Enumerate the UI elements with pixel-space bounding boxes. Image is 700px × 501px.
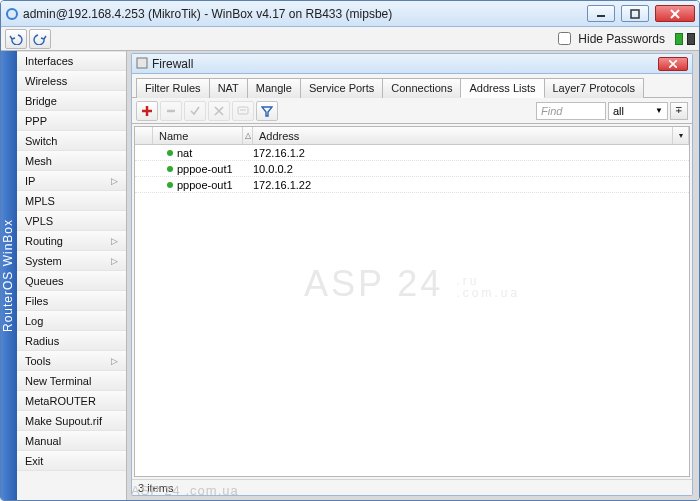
sidebar-item-label: Switch <box>25 135 57 147</box>
row-name: pppoe-out1 <box>153 163 251 175</box>
sidebar: InterfacesWirelessBridgePPPSwitchMeshIP▷… <box>17 51 127 500</box>
sidebar-item-exit[interactable]: Exit <box>17 451 126 471</box>
svg-rect-5 <box>137 58 147 68</box>
tab-mangle[interactable]: Mangle <box>247 78 301 98</box>
col-flag[interactable] <box>135 127 153 144</box>
row-name: pppoe-out1 <box>153 179 251 191</box>
sidebar-item-label: Bridge <box>25 95 57 107</box>
enable-button[interactable] <box>184 101 206 121</box>
tab-layer7-protocols[interactable]: Layer7 Protocols <box>544 78 645 98</box>
col-address[interactable]: Address <box>253 127 673 144</box>
sidebar-item-files[interactable]: Files <box>17 291 126 311</box>
item-count: 3 items <box>138 482 173 494</box>
sidebar-item-label: PPP <box>25 115 47 127</box>
sidebar-item-label: Wireless <box>25 75 67 87</box>
sidebar-item-label: IP <box>25 175 35 187</box>
remove-button[interactable] <box>160 101 182 121</box>
row-address: 10.0.0.2 <box>251 163 689 175</box>
sidebar-item-wireless[interactable]: Wireless <box>17 71 126 91</box>
add-button[interactable] <box>136 101 158 121</box>
row-name: nat <box>153 147 251 159</box>
chevron-down-icon: ▼ <box>655 106 663 115</box>
sidebar-item-label: Log <box>25 315 43 327</box>
tab-nat[interactable]: NAT <box>209 78 248 98</box>
bar-down-icon: ∓ <box>675 106 683 115</box>
tab-connections[interactable]: Connections <box>382 78 461 98</box>
sidebar-item-routing[interactable]: Routing▷ <box>17 231 126 251</box>
sidebar-item-queues[interactable]: Queues <box>17 271 126 291</box>
sidebar-item-label: VPLS <box>25 215 53 227</box>
find-input[interactable]: Find <box>536 102 606 120</box>
status-led-green <box>675 33 683 45</box>
row-address: 172.16.1.22 <box>251 179 689 191</box>
find-placeholder: Find <box>541 105 562 117</box>
undo-button[interactable] <box>5 29 27 49</box>
sidebar-item-interfaces[interactable]: Interfaces <box>17 51 126 71</box>
hide-passwords-label: Hide Passwords <box>578 32 665 46</box>
table-row[interactable]: pppoe-out1172.16.1.22 <box>135 177 689 193</box>
sidebar-item-label: Routing <box>25 235 63 247</box>
col-sort-indicator[interactable]: △ <box>243 127 253 144</box>
tab-address-lists[interactable]: Address Lists <box>460 78 544 98</box>
hide-passwords-checkbox[interactable] <box>558 32 571 45</box>
filter-select-value: all <box>613 105 624 117</box>
sidebar-item-ip[interactable]: IP▷ <box>17 171 126 191</box>
main-toolbar: Hide Passwords <box>1 27 699 51</box>
sidebar-item-new-terminal[interactable]: New Terminal <box>17 371 126 391</box>
chevron-down-icon: ▾ <box>679 131 683 140</box>
col-name[interactable]: Name <box>153 127 243 144</box>
sidebar-item-label: Tools <box>25 355 51 367</box>
sidebar-item-label: Exit <box>25 455 43 467</box>
sidebar-item-label: Interfaces <box>25 55 73 67</box>
submenu-arrow-icon: ▷ <box>111 356 118 366</box>
sidebar-item-label: New Terminal <box>25 375 91 387</box>
firewall-icon <box>136 57 148 71</box>
redo-button[interactable] <box>29 29 51 49</box>
sidebar-item-label: Mesh <box>25 155 52 167</box>
table-row[interactable]: pppoe-out110.0.0.2 <box>135 161 689 177</box>
active-dot-icon <box>167 182 173 188</box>
window-titlebar: admin@192.168.4.253 (MikroTik) - WinBox … <box>1 1 699 27</box>
sidebar-item-mpls[interactable]: MPLS <box>17 191 126 211</box>
firewall-tabs: Filter RulesNATMangleService PortsConnec… <box>132 74 692 98</box>
comment-button[interactable] <box>232 101 254 121</box>
sidebar-item-label: Radius <box>25 335 59 347</box>
col-dropdown[interactable]: ▾ <box>673 127 689 144</box>
firewall-close-button[interactable] <box>658 57 688 71</box>
sidebar-item-vpls[interactable]: VPLS <box>17 211 126 231</box>
svg-point-0 <box>7 9 17 19</box>
sidebar-item-make-supout-rif[interactable]: Make Supout.rif <box>17 411 126 431</box>
filter-select[interactable]: all ▼ <box>608 102 668 120</box>
submenu-arrow-icon: ▷ <box>111 236 118 246</box>
sidebar-item-label: Manual <box>25 435 61 447</box>
sidebar-item-label: MPLS <box>25 195 55 207</box>
submenu-arrow-icon: ▷ <box>111 256 118 266</box>
sidebar-item-switch[interactable]: Switch <box>17 131 126 151</box>
firewall-titlebar[interactable]: Firewall <box>132 54 692 74</box>
table-row[interactable]: nat172.16.1.2 <box>135 145 689 161</box>
main-area: Firewall Filter RulesNATMangleService Po… <box>127 51 699 500</box>
tab-service-ports[interactable]: Service Ports <box>300 78 383 98</box>
main-close-button[interactable] <box>655 5 695 22</box>
minimize-button[interactable] <box>587 5 615 22</box>
address-list-table: Name △ Address ▾ nat172.16.1.2pppoe-out1… <box>134 126 690 477</box>
filter-extra-button[interactable]: ∓ <box>670 102 688 120</box>
sidebar-item-manual[interactable]: Manual <box>17 431 126 451</box>
maximize-button[interactable] <box>621 5 649 22</box>
sidebar-item-bridge[interactable]: Bridge <box>17 91 126 111</box>
svg-rect-2 <box>631 10 639 18</box>
filter-button[interactable] <box>256 101 278 121</box>
sidebar-item-tools[interactable]: Tools▷ <box>17 351 126 371</box>
sidebar-item-label: Make Supout.rif <box>25 415 102 427</box>
sidebar-item-metarouter[interactable]: MetaROUTER <box>17 391 126 411</box>
sidebar-item-system[interactable]: System▷ <box>17 251 126 271</box>
tab-filter-rules[interactable]: Filter Rules <box>136 78 210 98</box>
firewall-window: Firewall Filter RulesNATMangleService Po… <box>131 53 693 496</box>
sidebar-item-radius[interactable]: Radius <box>17 331 126 351</box>
sidebar-item-ppp[interactable]: PPP <box>17 111 126 131</box>
disable-button[interactable] <box>208 101 230 121</box>
sidebar-item-mesh[interactable]: Mesh <box>17 151 126 171</box>
active-dot-icon <box>167 150 173 156</box>
hide-passwords-toggle[interactable]: Hide Passwords <box>554 29 665 48</box>
sidebar-item-log[interactable]: Log <box>17 311 126 331</box>
